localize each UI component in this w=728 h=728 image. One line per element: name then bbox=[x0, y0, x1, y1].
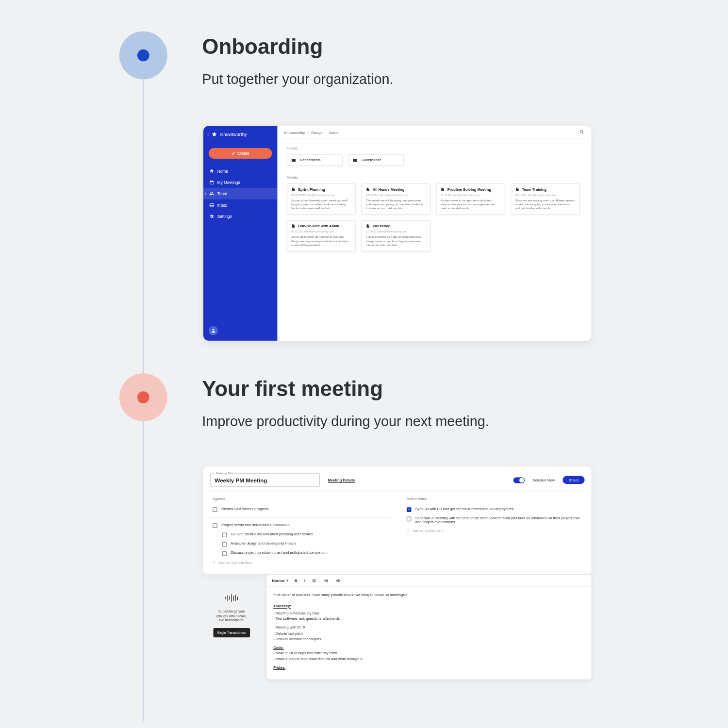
sidebar: ‹ Knowtworthy Create Home My Meetings Te… bbox=[203, 126, 277, 341]
checkbox-icon[interactable] bbox=[222, 551, 227, 556]
team-icon bbox=[209, 191, 214, 196]
checkbox-icon[interactable] bbox=[213, 523, 217, 528]
section-title-first-meeting: Your first meeting bbox=[202, 377, 383, 401]
card-meta: 01.15.20 | rob@knowtworthy.com bbox=[441, 193, 501, 197]
logo-icon bbox=[212, 132, 217, 137]
card-title: One-On-One with Adam bbox=[298, 224, 339, 228]
checkbox-icon[interactable] bbox=[222, 533, 227, 538]
style-select[interactable]: Normal▾ bbox=[272, 579, 288, 582]
transc-line: Supercharge your bbox=[203, 609, 260, 613]
editor-line: - Make a list of bugs that currently exi… bbox=[273, 650, 584, 656]
style-label: Normal bbox=[272, 579, 284, 582]
card-desc: This is intended as a day of exploration… bbox=[366, 235, 426, 247]
nav-settings[interactable]: Settings bbox=[203, 211, 277, 222]
card-meta: 03.01.20 | adam@knowtworthy.com bbox=[291, 230, 351, 233]
doc-icon bbox=[291, 187, 295, 191]
doc-icon bbox=[291, 224, 295, 228]
nav-team-label: Team bbox=[217, 192, 227, 196]
outdent-button[interactable] bbox=[324, 578, 329, 583]
search-icon bbox=[579, 129, 585, 134]
checkbox-icon[interactable] bbox=[213, 507, 217, 512]
agenda-heading: Agenda bbox=[210, 496, 391, 500]
italic-button[interactable]: I bbox=[304, 579, 305, 582]
bold-button[interactable]: B bbox=[295, 579, 297, 582]
editor-line: - Discuss iteration techniques bbox=[273, 636, 584, 641]
editor-line: - Make a plan to take down that list and… bbox=[273, 656, 584, 661]
editor-heading: Thursday: bbox=[273, 604, 291, 608]
brand: Knowtworthy bbox=[220, 132, 247, 137]
search-button[interactable] bbox=[579, 129, 585, 135]
create-label: Create bbox=[237, 151, 249, 155]
back-icon[interactable]: ‹ bbox=[207, 132, 209, 137]
doc-icon bbox=[366, 187, 370, 191]
timeline-dot-onboarding bbox=[119, 32, 167, 80]
breadcrumb[interactable]: Knowtworthy› Design› Scrum bbox=[284, 131, 339, 134]
agenda-text: Project needs and deliverables discussio… bbox=[221, 523, 290, 527]
crumb-2[interactable]: Scrum bbox=[329, 131, 340, 134]
nav-team[interactable]: Team bbox=[203, 188, 277, 199]
create-button[interactable]: Create bbox=[209, 148, 272, 159]
add-action-item[interactable]: +Add an Action Item bbox=[404, 526, 584, 535]
card-desc: Just a quick catch up meeting to see how… bbox=[291, 235, 351, 247]
editor-line: - Meeting with Dr. R bbox=[273, 625, 584, 630]
detailed-view-toggle[interactable] bbox=[513, 477, 524, 483]
checkbox-icon[interactable] bbox=[222, 542, 227, 547]
agenda-subitem[interactable]: Go over client asks and most pressing us… bbox=[210, 530, 391, 539]
action-item[interactable]: Schedule a meeting with the rest of the … bbox=[404, 514, 584, 526]
minute-card[interactable]: Problem Solving Meeting01.15.20 | rob@kn… bbox=[436, 183, 505, 215]
nav-my-meetings[interactable]: My Meetings bbox=[203, 177, 277, 188]
minutes-heading: Minutes bbox=[287, 175, 582, 179]
meeting-details-link[interactable]: Meeting Details bbox=[328, 478, 355, 482]
agenda-subitem[interactable]: Discuss project burndown chart and antic… bbox=[210, 548, 391, 558]
nav-settings-label: Settings bbox=[217, 215, 232, 218]
doc-icon bbox=[515, 187, 519, 191]
home-icon bbox=[209, 169, 214, 174]
indent-button[interactable] bbox=[336, 578, 341, 583]
meeting-title-input[interactable]: Meeting Title Weekly PM Meeting bbox=[210, 473, 320, 486]
nav-inbox[interactable]: Inbox bbox=[203, 199, 277, 211]
folder-governance[interactable]: Governance bbox=[348, 154, 404, 166]
agenda-subitem[interactable]: Available design and development team bbox=[210, 539, 391, 548]
section-sub-first-meeting: Improve productivity during your next me… bbox=[202, 414, 489, 430]
crumb-1[interactable]: Design bbox=[311, 131, 323, 134]
share-button[interactable]: Share bbox=[563, 476, 585, 484]
meeting-editor-preview: Meeting Title Weekly PM Meeting Meeting … bbox=[203, 467, 591, 574]
editor-line: - Meeting scheduled by Dan bbox=[273, 611, 584, 616]
card-meta: 01.20.20 | alex@knowtworthy.com bbox=[366, 230, 426, 233]
agenda-item[interactable]: Project needs and deliverables discussio… bbox=[210, 521, 391, 530]
transcription-promo: Supercharge your minutes with secure, li… bbox=[203, 575, 260, 679]
card-title: All Hands Meeting bbox=[373, 187, 404, 191]
person-icon bbox=[211, 328, 216, 333]
editor-body[interactable]: First Order of business: How many prezel… bbox=[266, 587, 591, 679]
list-button[interactable] bbox=[312, 578, 317, 583]
plus-icon: + bbox=[407, 529, 410, 532]
minute-card[interactable]: Sprint Planning05.01.2020 | alex@knowtwo… bbox=[287, 183, 356, 215]
avatar[interactable] bbox=[209, 326, 218, 335]
meeting-title-value: Weekly PM Meeting bbox=[215, 477, 315, 484]
card-title: Workshop bbox=[373, 224, 391, 228]
crumb-0[interactable]: Knowtworthy bbox=[284, 131, 305, 134]
checkbox-icon[interactable] bbox=[407, 517, 412, 522]
add-agenda-item[interactable]: +Add an Agenda Item bbox=[210, 558, 391, 567]
minute-card[interactable]: Workshop01.20.20 | alex@knowtworthy.comT… bbox=[361, 220, 430, 252]
minute-card[interactable]: All Hands Meeting03.05.20 | adam@knowtwo… bbox=[361, 183, 430, 215]
agenda-text: Go over client asks and most pressing us… bbox=[231, 532, 313, 536]
editor-line: First Order of business: How many prezel… bbox=[273, 592, 584, 597]
nav-home[interactable]: Home bbox=[203, 165, 277, 177]
nav-inbox-label: Inbox bbox=[217, 203, 227, 207]
detailed-view-label: Detailed View bbox=[532, 478, 555, 482]
add-action-label: Add an Action Item bbox=[413, 529, 443, 532]
doc-icon bbox=[441, 187, 445, 191]
agenda-item[interactable]: Review Last week's progress bbox=[210, 505, 391, 514]
action-item[interactable]: Sync up with Bill and get the most recen… bbox=[404, 505, 584, 514]
checkbox-checked-icon[interactable] bbox=[407, 507, 412, 512]
nav-meetings-label: My Meetings bbox=[217, 181, 240, 184]
begin-transcription-button[interactable]: Begin Transcription bbox=[214, 628, 250, 637]
minute-card[interactable]: One-On-One with Adam03.01.20 | adam@know… bbox=[287, 220, 356, 252]
chevron-down-icon: ▾ bbox=[287, 579, 288, 582]
action-text: Sync up with Bill and get the most recen… bbox=[415, 507, 513, 511]
editor-toolbar: Normal▾ B I bbox=[266, 575, 591, 587]
minute-card[interactable]: Team Training04.12.20 | alex@knowtworthy… bbox=[511, 183, 580, 215]
folder-refinements[interactable]: Refinements bbox=[287, 154, 343, 166]
card-meta: 04.12.20 | alex@knowtworthy.com bbox=[515, 193, 576, 197]
